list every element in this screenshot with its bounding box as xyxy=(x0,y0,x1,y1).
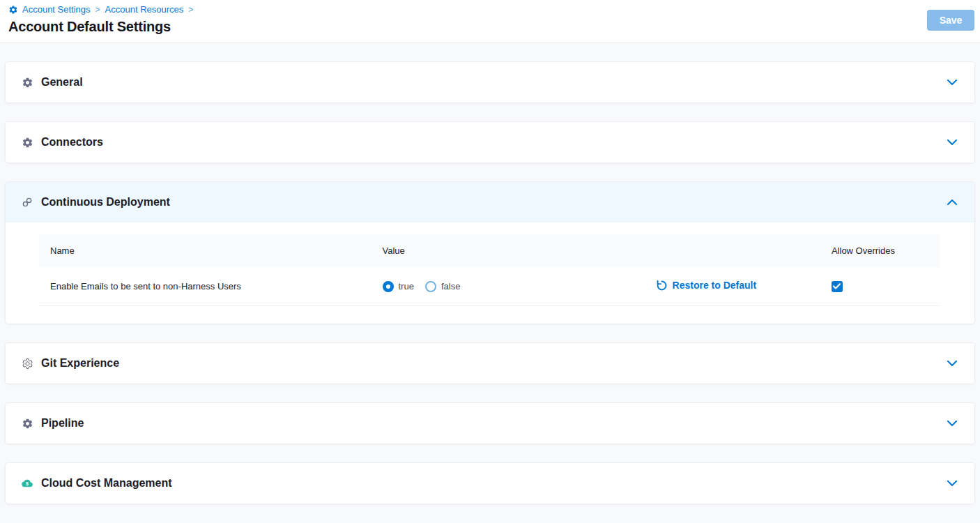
ccm-cloud-dollar-icon xyxy=(21,478,33,489)
radio-false-unselected[interactable] xyxy=(425,281,436,292)
radio-label-true: true xyxy=(399,281,414,291)
chevron-down-icon[interactable] xyxy=(947,420,957,426)
column-header-value: Value xyxy=(377,245,652,256)
gear-outline-icon xyxy=(21,358,33,370)
setting-name: Enable Emails to be sent to non-Harness … xyxy=(39,281,377,291)
section-card-cloud-cost-management: Cloud Cost Management xyxy=(5,462,975,504)
section-header-pipeline[interactable]: Pipeline xyxy=(6,403,974,444)
section-title: General xyxy=(41,76,83,89)
settings-section-list: General Connectors Continuous Deployment xyxy=(0,43,980,504)
column-header-allow-overrides: Allow Overrides xyxy=(832,245,940,256)
breadcrumb-account-resources[interactable]: Account Resources xyxy=(105,4,184,15)
restore-undo-icon xyxy=(656,280,668,291)
gear-icon xyxy=(21,137,33,149)
save-button[interactable]: Save xyxy=(927,10,974,31)
section-header-continuous-deployment[interactable]: Continuous Deployment xyxy=(6,182,974,222)
top-header: Account Settings > Account Resources > A… xyxy=(0,0,980,43)
section-title: Connectors xyxy=(41,136,103,149)
breadcrumb: Account Settings > Account Resources > xyxy=(8,4,980,15)
column-header-name: Name xyxy=(39,245,377,256)
chevron-down-icon[interactable] xyxy=(947,480,957,486)
radio-true-selected[interactable] xyxy=(383,281,394,292)
section-title: Git Experience xyxy=(41,357,119,370)
page-title: Account Default Settings xyxy=(8,19,980,35)
radio-option-true[interactable]: true xyxy=(383,281,414,292)
section-header-connectors[interactable]: Connectors xyxy=(6,122,974,162)
allow-overrides-checkbox-checked[interactable] xyxy=(832,281,843,292)
chevron-down-icon[interactable] xyxy=(947,139,957,145)
chevron-down-icon[interactable] xyxy=(947,79,957,85)
settings-table: Name Value Allow Overrides Enable Emails… xyxy=(39,234,940,306)
setting-value-radio-group: true false xyxy=(377,281,652,292)
restore-to-default-link[interactable]: Restore to Default xyxy=(656,280,757,291)
continuous-deployment-settings: Name Value Allow Overrides Enable Emails… xyxy=(6,222,974,324)
settings-table-header: Name Value Allow Overrides xyxy=(39,234,940,267)
section-title: Pipeline xyxy=(41,417,84,430)
checkmark-icon xyxy=(833,283,841,289)
section-card-continuous-deployment: Continuous Deployment Name Value Allow O… xyxy=(5,181,975,324)
gear-icon xyxy=(21,418,33,430)
section-title: Cloud Cost Management xyxy=(41,477,172,490)
radio-label-false: false xyxy=(441,281,460,291)
restore-to-default-label: Restore to Default xyxy=(673,280,757,291)
breadcrumb-account-settings[interactable]: Account Settings xyxy=(22,4,91,15)
section-title: Continuous Deployment xyxy=(41,196,170,209)
chevron-down-icon[interactable] xyxy=(947,361,957,366)
section-card-connectors: Connectors xyxy=(5,121,975,163)
section-header-cloud-cost-management[interactable]: Cloud Cost Management xyxy=(6,463,974,503)
cd-linked-rings-icon xyxy=(21,196,33,209)
setting-row-enable-emails: Enable Emails to be sent to non-Harness … xyxy=(39,267,940,306)
chevron-up-icon[interactable] xyxy=(947,199,957,205)
gear-icon xyxy=(21,77,33,89)
section-card-pipeline: Pipeline xyxy=(5,402,975,444)
settings-gear-icon xyxy=(8,5,18,15)
section-card-git-experience: Git Experience xyxy=(5,342,975,384)
section-header-git-experience[interactable]: Git Experience xyxy=(6,343,974,384)
radio-option-false[interactable]: false xyxy=(425,281,460,292)
section-card-general: General xyxy=(5,61,975,103)
section-header-general[interactable]: General xyxy=(6,62,974,103)
breadcrumb-separator: > xyxy=(188,5,193,15)
breadcrumb-separator: > xyxy=(95,5,100,15)
